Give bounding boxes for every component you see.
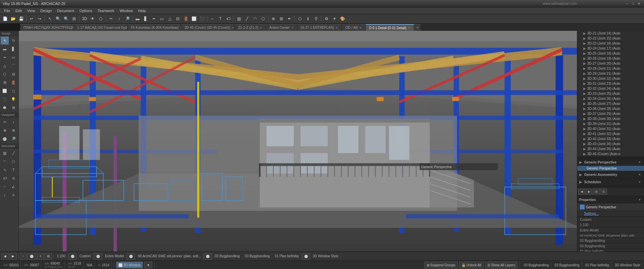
toolbar-new[interactable]: 📄 bbox=[1, 15, 9, 22]
tree-item-3d40[interactable]: ▶ 3D-40 (Joint 31) (Auto bbox=[577, 126, 644, 131]
tree-item-3d24[interactable]: ▶ 3D-24 (Joint 17) (Auto bbox=[577, 46, 644, 51]
toolbar-3d[interactable]: 3D bbox=[81, 15, 88, 22]
tree-item-3d32[interactable]: ▶ 3D-32 (Joint 24) (Auto bbox=[577, 86, 644, 91]
tree-item-3d26[interactable]: ▶ 3D-26 (Joint 19) (Auto bbox=[577, 56, 644, 61]
menu-file[interactable]: File bbox=[1, 8, 13, 13]
toolbar-undo[interactable]: ↩ bbox=[28, 15, 35, 22]
tree-item-3d37[interactable]: ▶ 3D-37 (Joint 29) (Auto bbox=[577, 111, 644, 116]
tree-item-3d41[interactable]: ▶ 3D-41 (Joint 32) (Auto bbox=[577, 131, 644, 136]
statusbar-scale-btn[interactable]: ⬤ bbox=[68, 253, 77, 260]
statusbar-arrow-btn[interactable]: ▼ bbox=[144, 262, 152, 268]
tab-entreplan-close[interactable]: ✕ bbox=[335, 26, 338, 29]
tool-fill[interactable]: ▨ bbox=[1, 149, 9, 157]
tool-skylight[interactable]: ◻ bbox=[9, 87, 17, 95]
toolbar-object[interactable]: ⬛ bbox=[198, 15, 206, 22]
toolbar-snap[interactable]: ⊕ bbox=[270, 15, 277, 22]
tool-roof[interactable]: △ bbox=[1, 62, 9, 70]
toolbar-arc[interactable]: ◠ bbox=[251, 15, 259, 22]
tool-beam[interactable]: ━ bbox=[1, 53, 9, 61]
tab-add[interactable]: + bbox=[414, 24, 421, 31]
panel-nav-right-arrow[interactable]: ▶ bbox=[586, 189, 592, 195]
tool-dim-linear[interactable]: ↔ bbox=[1, 183, 9, 191]
maximize-button[interactable]: □ bbox=[631, 1, 635, 6]
statusbar-3d-window-btn[interactable]: ⬜ 3D Window bbox=[116, 262, 143, 268]
tool-dim-radial[interactable]: ↕ bbox=[1, 191, 9, 199]
tree-item-3d28[interactable]: ▶ 3D-28 (Joint 21) (Auto bbox=[577, 66, 644, 71]
toolbar-wall[interactable]: ▬ bbox=[134, 15, 141, 22]
tree-item-3d30[interactable]: ▶ 3D-30 (Joint 22) (Auto bbox=[577, 76, 644, 81]
toolbar-options[interactable]: ⚙ bbox=[323, 15, 330, 22]
section-schedules[interactable]: ▶ Schedules ▼ bbox=[577, 178, 644, 186]
menu-document[interactable]: Document bbox=[55, 8, 77, 13]
tool-spline[interactable]: ∿ bbox=[1, 166, 9, 174]
toolbar-fill[interactable]: ▨ bbox=[235, 15, 243, 22]
toolbar-zoom-fit[interactable]: ⊞ bbox=[70, 15, 78, 22]
tree-item-3d44[interactable]: ▶ 3D-44 (Joint 35) (Auto bbox=[577, 146, 644, 151]
tool-arc[interactable]: ◠ bbox=[1, 157, 9, 165]
statusbar-zoom-fit[interactable]: ⊞ bbox=[45, 253, 52, 260]
panel-nav-left-arrow[interactable]: ◀ bbox=[578, 189, 585, 195]
tab-cover[interactable]: 3D-45 (Cover) (3D-45 (Cover)) ✕ bbox=[181, 24, 235, 31]
tree-item-3d29[interactable]: ▶ 3D-29 (Joint 21) (Auto bbox=[577, 71, 644, 76]
toolbar-label[interactable]: 🏷 bbox=[225, 15, 232, 22]
tree-item-3d45[interactable]: ▶ 3D-45 (Cover) (Auto-n bbox=[577, 151, 644, 156]
toolbar-zoom-in[interactable]: 🔍 bbox=[54, 15, 62, 22]
toolbar-redo[interactable]: ↪ bbox=[36, 15, 43, 22]
tree-item-3d25[interactable]: ▶ 3D-25 (Joint 18) (Auto bbox=[577, 51, 644, 56]
tab-entreplan[interactable]: (K-27-1 ENTRÉPLAN) ✕ bbox=[298, 24, 342, 31]
expand-schedules-btn[interactable]: ▼ bbox=[637, 180, 642, 184]
tool-object[interactable]: ⬛ bbox=[1, 95, 9, 103]
tab-detail-close[interactable]: ✕ bbox=[408, 26, 411, 29]
tree-item-3d22[interactable]: ▶ 3D-22 (Joint 15) (Auto bbox=[577, 36, 644, 41]
tab-action-close[interactable]: ✕ bbox=[291, 26, 294, 29]
toolbar-element-info[interactable]: ℹ bbox=[304, 15, 312, 22]
tab-action[interactable]: Action Center ✕ bbox=[266, 24, 298, 31]
minimize-button[interactable]: ─ bbox=[625, 1, 629, 6]
toolbar-elevation[interactable]: ↕ bbox=[115, 15, 123, 22]
toolbar-render[interactable]: 🎨 bbox=[339, 15, 346, 22]
toolbar-beam[interactable]: ━ bbox=[150, 15, 157, 22]
toolbar-zoom-out[interactable]: 🔍 bbox=[62, 15, 70, 22]
tree-item-3d33[interactable]: ▶ 3D-33 (Joint 25) (Auto bbox=[577, 91, 644, 96]
tool-rotate[interactable]: ↻ bbox=[9, 37, 17, 45]
toolbar-text[interactable]: T bbox=[217, 15, 224, 22]
expand-properties-btn[interactable]: ▼ bbox=[637, 197, 642, 202]
statusbar-plan-btn[interactable]: ⬤ bbox=[302, 253, 310, 260]
tab-z1[interactable]: Z1-2-Z (Z1-2) ✕ bbox=[235, 24, 266, 31]
statusbar-zoom-level[interactable]: ⬤ bbox=[27, 253, 37, 260]
tool-elevation[interactable]: ↕ bbox=[9, 118, 17, 126]
toolbar-view-perspective[interactable]: 👁 bbox=[89, 15, 96, 22]
toolbar-save[interactable]: 💾 bbox=[17, 15, 25, 22]
toolbar-find[interactable]: ⚲ bbox=[312, 15, 320, 22]
tree-item-3d42[interactable]: ▶ 3D-42 (Joint 33) (Auto bbox=[577, 136, 644, 141]
settings-link[interactable]: Settings... bbox=[577, 211, 644, 216]
menu-design[interactable]: Design bbox=[38, 8, 54, 13]
toolbar-roof[interactable]: △ bbox=[166, 15, 173, 22]
section-properties[interactable]: Properties ▼ bbox=[577, 196, 644, 203]
panel-expand-icon[interactable]: ⊞ bbox=[593, 189, 600, 195]
toolbar-column[interactable]: ▋ bbox=[142, 15, 149, 22]
tool-morph[interactable]: ⬡ bbox=[1, 70, 9, 78]
tree-item-3d31[interactable]: ▶ 3D-31 (Joint 23) (Auto bbox=[577, 81, 644, 86]
tool-line[interactable]: ╱ bbox=[9, 149, 17, 157]
tool-curtain[interactable]: ⊞ bbox=[9, 104, 17, 112]
tool-slab[interactable]: ▭ bbox=[9, 53, 17, 61]
tree-item-3d35[interactable]: ▶ 3D-35 (Joint 27) (Auto bbox=[577, 101, 644, 106]
statusbar-layer-btn[interactable]: ⬤ bbox=[204, 253, 212, 260]
main-viewport[interactable]: Generic Perspective bbox=[19, 31, 577, 252]
suspend-groups-btn[interactable]: ⊞ Suspend Groups bbox=[424, 262, 458, 268]
close-button[interactable]: ✕ bbox=[637, 1, 641, 6]
statusbar-zoom-in[interactable]: + bbox=[37, 253, 44, 260]
menu-help[interactable]: Help bbox=[136, 8, 149, 13]
menu-view[interactable]: View bbox=[24, 8, 38, 13]
tool-section[interactable]: ✂ bbox=[1, 118, 9, 126]
menu-window[interactable]: Window bbox=[117, 8, 136, 13]
tree-item-3d39[interactable]: ▶ 3D-39 (Joint 31) (Auto bbox=[577, 121, 644, 126]
toolbar-detail[interactable]: 🔎 bbox=[123, 15, 131, 22]
tree-item-3d36[interactable]: ▶ 3D-36 (Joint 28) (Auto bbox=[577, 106, 644, 111]
tool-railing[interactable]: ⊞ bbox=[1, 78, 9, 86]
toolbar-select[interactable]: ↖ bbox=[46, 15, 54, 22]
show-all-layers-btn[interactable]: ☰ Show All Layers bbox=[485, 262, 518, 268]
toolbar-stair[interactable]: ⊟ bbox=[174, 15, 181, 22]
tool-label[interactable]: 🏷 bbox=[1, 174, 9, 182]
